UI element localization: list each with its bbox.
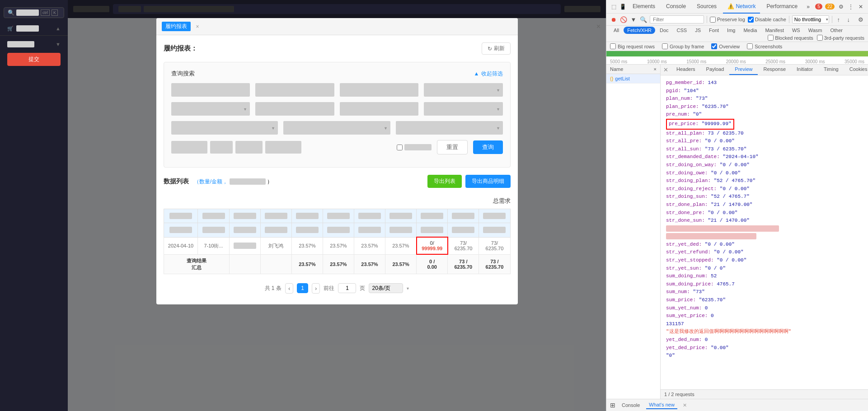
input-2[interactable]	[255, 83, 334, 97]
sidebar-search[interactable]: 🔍 ctrl K	[4, 7, 64, 18]
big-rows-label[interactable]: Big request rows	[610, 43, 655, 49]
outer-close-icon[interactable]: ×	[596, 23, 601, 30]
select-2[interactable]	[171, 102, 250, 116]
tab-more[interactable]: »	[804, 4, 812, 10]
detail-tab-payload[interactable]: Payload	[701, 65, 730, 75]
prev-page-button[interactable]: ‹	[285, 283, 293, 294]
detail-close-button[interactable]: ✕	[661, 65, 671, 75]
input-1[interactable]	[171, 83, 250, 97]
detail-tab-timing[interactable]: Timing	[818, 65, 844, 75]
input-4[interactable]	[255, 102, 334, 116]
detail-tab-initiator[interactable]: Initiator	[791, 65, 818, 75]
tab-network[interactable]: ⚠️ Network	[723, 0, 760, 14]
more-icon[interactable]: ⋮	[847, 3, 854, 10]
disable-cache-label[interactable]: Disable cache	[748, 17, 786, 23]
small-input-4[interactable]	[265, 141, 301, 154]
filter-media[interactable]: Media	[740, 27, 760, 34]
collapse-button[interactable]: ▲ 收起筛选	[474, 70, 503, 78]
bottom-tab-console[interactable]: Console	[619, 402, 643, 409]
close-devtools-icon[interactable]: ✕	[857, 3, 864, 10]
preserve-log-label[interactable]: Preserve log	[710, 17, 745, 23]
filter-manifest[interactable]: Manifest	[761, 27, 788, 34]
overview-label[interactable]: Overview	[711, 43, 740, 49]
filter-wasm[interactable]: Wasm	[805, 27, 826, 34]
third-party-label[interactable]: 3rd-party requests	[817, 35, 864, 41]
tab-performance[interactable]: Performance	[762, 0, 802, 14]
request-list-close[interactable]: ×	[654, 66, 657, 72]
network-filter-input[interactable]	[650, 15, 704, 23]
overview-checkbox[interactable]	[711, 43, 717, 49]
clear-button[interactable]: 🚫	[620, 16, 627, 23]
big-rows-checkbox[interactable]	[610, 43, 616, 49]
refresh-button[interactable]: ↻ 刷新	[482, 42, 511, 55]
query-button[interactable]: 查询	[473, 140, 503, 154]
next-page-button[interactable]: ›	[312, 283, 320, 294]
filter-all[interactable]: All	[610, 27, 623, 34]
modal-outer-close[interactable]: ×	[596, 23, 601, 31]
json-line-sum-doing-price: sum_doing_price: 4765.7	[664, 280, 864, 289]
detail-tab-response[interactable]: Response	[758, 65, 791, 75]
tab-sources[interactable]: Sources	[692, 0, 721, 14]
import-har-button[interactable]: ↑	[835, 16, 842, 23]
filter-img[interactable]: Img	[723, 27, 739, 34]
dt-timeline[interactable]: 5000 ms 10000 ms 15000 ms 20000 ms 25000…	[606, 51, 868, 65]
select-3[interactable]	[424, 102, 503, 116]
export-detail-button[interactable]: 导出商品明细	[465, 175, 511, 188]
submit-button[interactable]: 提交	[7, 53, 61, 66]
input-3[interactable]	[340, 83, 419, 97]
filter-css[interactable]: CSS	[673, 27, 691, 34]
select-6[interactable]	[396, 121, 503, 135]
search-checkbox[interactable]	[397, 145, 403, 150]
filter-other[interactable]: Other	[826, 27, 846, 34]
select-4[interactable]	[171, 121, 278, 135]
devtools-inspect-icon[interactable]: ⬚	[610, 3, 617, 10]
search-network-button[interactable]: 🔍	[640, 16, 647, 23]
tab-console[interactable]: Console	[662, 0, 690, 14]
filter-js[interactable]: JS	[691, 27, 704, 34]
sidebar-section-cart[interactable]: 🛒 ▲	[0, 22, 68, 33]
bottom-tab-close-icon[interactable]: ✕	[683, 402, 687, 408]
json-line-pgid: pgid: "104"	[664, 87, 864, 95]
small-input-3[interactable]	[235, 141, 263, 154]
detail-tab-preview[interactable]: Preview	[729, 65, 758, 75]
blocked-requests-checkbox[interactable]	[768, 35, 774, 41]
screenshots-checkbox[interactable]	[747, 43, 753, 49]
select-1[interactable]	[424, 83, 503, 97]
export-har-button[interactable]: ↓	[845, 16, 852, 23]
tab-elements[interactable]: Elements	[628, 0, 660, 14]
detail-tab-cookies[interactable]: Cookies	[844, 65, 868, 75]
filter-font[interactable]: Font	[705, 27, 723, 34]
request-item-getlist[interactable]: {} getList	[606, 74, 660, 84]
filter-fetch-xhr[interactable]: Fetch/XHR	[624, 27, 655, 34]
bottom-tab-whatsnew[interactable]: What's new	[646, 401, 677, 409]
record-button[interactable]: ⏺	[610, 16, 617, 23]
filter-ws[interactable]: WS	[788, 27, 804, 34]
filter-button[interactable]: ▼	[630, 16, 637, 23]
request-item-label: getList	[615, 76, 629, 81]
page-1-button[interactable]: 1	[297, 283, 308, 293]
third-party-checkbox[interactable]	[817, 35, 823, 41]
group-frame-checkbox[interactable]	[662, 43, 668, 49]
small-input-2[interactable]	[210, 141, 233, 154]
group-frame-label[interactable]: Group by frame	[662, 43, 704, 49]
modal-close-icon[interactable]: ×	[196, 23, 199, 30]
small-input-1[interactable]	[171, 141, 207, 154]
reset-button[interactable]: 重置	[437, 140, 468, 154]
devtools-device-icon[interactable]: 📱	[619, 3, 626, 10]
screenshots-label[interactable]: Screenshots	[747, 43, 782, 49]
per-page-select[interactable]: 20条/页 50条/页 100条/页	[369, 283, 403, 293]
throttle-select[interactable]: No throttling Fast 3G Slow 3G	[792, 15, 829, 23]
settings-icon[interactable]: ⚙	[837, 3, 845, 10]
page-input[interactable]	[338, 283, 356, 293]
filter-doc[interactable]: Doc	[656, 27, 672, 34]
sidebar-section-blurred[interactable]: ▼	[0, 37, 68, 49]
blocked-requests-label[interactable]: Blocked requests	[768, 35, 813, 41]
detail-tab-headers[interactable]: Headers	[671, 65, 701, 75]
input-5[interactable]	[340, 102, 419, 116]
select-5[interactable]	[283, 121, 390, 135]
preserve-log-checkbox[interactable]	[710, 17, 716, 23]
network-settings-icon[interactable]: ⚙	[857, 16, 864, 23]
select-wrapper-2: ▾	[171, 102, 250, 116]
disable-cache-checkbox[interactable]	[748, 17, 754, 23]
export-list-button[interactable]: 导出列表	[427, 175, 462, 188]
